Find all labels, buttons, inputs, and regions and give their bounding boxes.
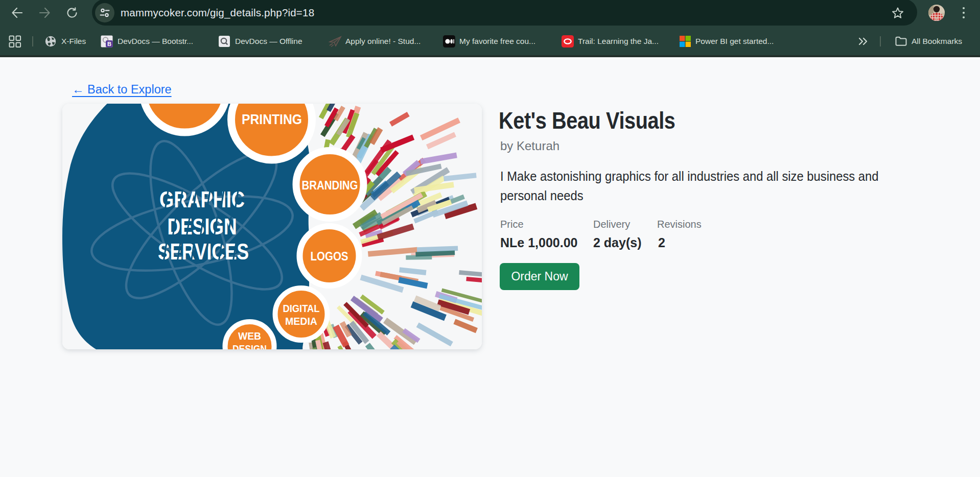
svg-text:MEDIA: MEDIA	[285, 316, 317, 327]
svg-text:BRANDING: BRANDING	[302, 179, 358, 192]
svg-text:LOGOS: LOGOS	[311, 249, 348, 263]
svg-text:B: B	[107, 41, 111, 47]
svg-text:WEB: WEB	[238, 330, 261, 342]
svg-text:DESIGN: DESIGN	[232, 343, 267, 349]
svg-text:DIGITAL: DIGITAL	[283, 303, 320, 314]
svg-text:PRINTING: PRINTING	[242, 112, 302, 127]
svg-text:GRAPHIC: GRAPHIC	[159, 187, 245, 212]
